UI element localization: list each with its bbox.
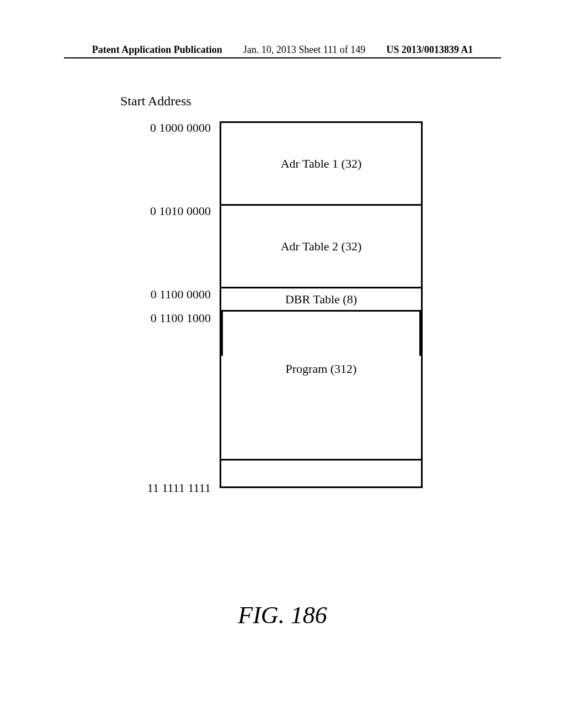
addr-3: 0 1100 1000	[117, 311, 211, 325]
page: Patent Application Publication Jan. 10, …	[0, 0, 565, 728]
header-rule	[64, 57, 501, 58]
region-label: Adr Table 1 (32)	[281, 157, 362, 171]
start-address-heading: Start Address	[120, 94, 191, 109]
region-label: Program (312)	[286, 362, 357, 376]
region-label: Adr Table 2 (32)	[281, 239, 362, 254]
region-end	[220, 461, 423, 488]
page-header: Patent Application Publication Jan. 10, …	[0, 44, 565, 56]
region-adr-table-2: Adr Table 2 (32)	[221, 206, 421, 288]
addr-4: 11 1111 1111	[117, 481, 211, 495]
addr-0: 0 1000 0000	[117, 121, 211, 135]
region-label: DBR Table (8)	[285, 292, 357, 307]
region-program: Program (312)	[220, 312, 423, 461]
header-right: US 2013/0013839 A1	[386, 44, 473, 56]
header-left: Patent Application Publication	[92, 44, 222, 56]
addr-2: 0 1100 0000	[117, 287, 211, 302]
addr-1: 0 1010 0000	[117, 204, 211, 218]
header-mid: Jan. 10, 2013 Sheet 111 of 149	[243, 44, 366, 56]
region-dbr-table: DBR Table (8)	[221, 288, 421, 312]
memory-map: Adr Table 1 (32) Adr Table 2 (32) DBR Ta…	[220, 121, 423, 488]
region-adr-table-1: Adr Table 1 (32)	[221, 123, 421, 206]
figure-caption: FIG. 186	[0, 601, 565, 629]
